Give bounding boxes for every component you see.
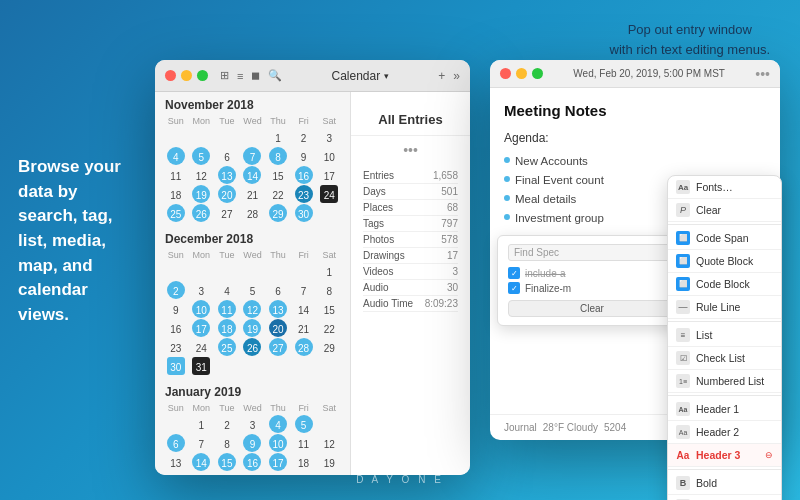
rm-rule-line[interactable]: — Rule Line <box>668 296 781 319</box>
fonts-icon: Aa <box>676 180 690 194</box>
stat-audio: Audio 30 <box>363 280 458 296</box>
notes-minimize-button[interactable] <box>516 68 527 79</box>
list-icon: ≡ <box>676 328 690 342</box>
journal-label: Journal <box>504 422 537 433</box>
code-block-icon: ⬜ <box>676 277 690 291</box>
add-entry-icon[interactable]: + <box>438 69 445 83</box>
january-grid: Sun Mon Tue Wed Thu Fri Sat 1 2 3 4 <box>163 403 342 471</box>
stat-entries: Entries 1,658 <box>363 168 458 184</box>
minimize-button[interactable] <box>181 70 192 81</box>
bullet-new-accounts: New Accounts <box>504 153 766 170</box>
month-december: December 2018 Sun Mon Tue Wed Thu Fri Sa… <box>163 232 342 375</box>
code-span-icon: ⬜ <box>676 231 690 245</box>
find-bar: Find Spec ✓ include-a ✓ Finalize-m Clear <box>497 235 687 326</box>
expand-icon[interactable]: » <box>453 69 460 83</box>
header2-icon: Aa <box>676 425 690 439</box>
search-icon[interactable]: 🔍 <box>268 69 282 82</box>
brand-label: D A Y O N E <box>356 474 444 485</box>
rm-quote-block[interactable]: ⬜ Quote Block <box>668 250 781 273</box>
find-clear-button[interactable]: Clear <box>508 300 676 317</box>
find-check1-label: include-a <box>525 268 566 279</box>
stat-photos: Photos 578 <box>363 232 458 248</box>
stat-audio-time: Audio Time 8:09:23 <box>363 296 458 312</box>
cal-right-icons: + » <box>438 69 460 83</box>
maximize-button[interactable] <box>197 70 208 81</box>
bold-icon: B <box>676 476 690 490</box>
header3-icon: Aa <box>676 448 690 462</box>
december-grid: Sun Mon Tue Wed Thu Fri Sat <box>163 250 342 375</box>
rm-clear[interactable]: P Clear <box>668 199 781 222</box>
rm-fonts[interactable]: Aa Fonts… <box>668 176 781 199</box>
all-entries-header: All Entries <box>351 92 470 136</box>
rm-italic[interactable]: I Italic <box>668 495 781 500</box>
traffic-lights <box>165 70 208 81</box>
rm-header-3[interactable]: Aa Header 3 ⊖ <box>668 444 781 467</box>
calendar-body: November 2018 Sun Mon Tue Wed Thu Fri Sa… <box>155 92 470 475</box>
find-checkbox-2[interactable]: ✓ <box>508 282 520 294</box>
chevron-down-icon[interactable]: ▾ <box>384 71 389 81</box>
header1-icon: Aa <box>676 402 690 416</box>
find-check-row-2: ✓ Finalize-m <box>508 282 676 294</box>
bullet-dot <box>504 195 510 201</box>
rm-numbered-list[interactable]: 1≡ Numbered List <box>668 370 781 393</box>
notes-maximize-button[interactable] <box>532 68 543 79</box>
bullet-dot <box>504 176 510 182</box>
all-entries-panel: All Entries ••• Entries 1,658 Days 501 P… <box>350 92 470 475</box>
notes-agenda-label: Agenda: <box>504 129 766 147</box>
calendar-titlebar: ⊞ ≡ ◼ 🔍 Calendar ▾ + » <box>155 60 470 92</box>
find-check2-label: Finalize-m <box>525 283 571 294</box>
stat-places: Places 68 <box>363 200 458 216</box>
notes-traffic-lights <box>500 68 543 79</box>
notes-titlebar: Wed, Feb 20, 2019, 5:00 PM MST ••• <box>490 60 780 88</box>
close-button[interactable] <box>165 70 176 81</box>
find-input[interactable]: Find Spec <box>508 244 676 261</box>
word-count: 5204 <box>604 422 626 433</box>
notes-menu-icon[interactable]: ••• <box>755 66 770 82</box>
filter-icon[interactable]: ≡ <box>237 70 243 82</box>
rm-code-span[interactable]: ⬜ Code Span <box>668 227 781 250</box>
left-description: Browse your data by search, tag, list, m… <box>18 155 148 327</box>
calendar-left-panel[interactable]: November 2018 Sun Mon Tue Wed Thu Fri Sa… <box>155 92 350 475</box>
entries-stats: Entries 1,658 Days 501 Places 68 Tags 79… <box>351 164 470 475</box>
clear-icon: P <box>676 203 690 217</box>
rm-check-list[interactable]: ☑ Check List <box>668 347 781 370</box>
stat-videos: Videos 3 <box>363 264 458 280</box>
find-check-row-1: ✓ include-a <box>508 267 676 279</box>
color-icon[interactable]: ◼ <box>251 69 260 82</box>
numbered-list-icon: 1≡ <box>676 374 690 388</box>
rm-header-2[interactable]: Aa Header 2 <box>668 421 781 444</box>
quote-block-icon: ⬜ <box>676 254 690 268</box>
rm-header-1[interactable]: Aa Header 1 <box>668 398 781 421</box>
stat-days: Days 501 <box>363 184 458 200</box>
november-grid: Sun Mon Tue Wed Thu Fri Sat 1 <box>163 116 342 222</box>
all-entries-dots: ••• <box>351 136 470 164</box>
cal-toolbar-icons: ⊞ ≡ ◼ 🔍 <box>220 69 282 82</box>
grid-icon[interactable]: ⊞ <box>220 69 229 82</box>
calendar-window: ⊞ ≡ ◼ 🔍 Calendar ▾ + » November 2018 Sun… <box>155 60 470 475</box>
notes-date: Wed, Feb 20, 2019, 5:00 PM MST <box>543 68 755 79</box>
notes-close-button[interactable] <box>500 68 511 79</box>
bullet-dot <box>504 214 510 220</box>
top-right-label: Pop out entry window with rich text edit… <box>610 20 770 59</box>
notes-title: Meeting Notes <box>504 100 766 123</box>
rm-bold[interactable]: B Bold <box>668 472 781 495</box>
bullet-dot <box>504 157 510 163</box>
calendar-title: Calendar ▾ <box>282 69 438 83</box>
check-list-icon: ☑ <box>676 351 690 365</box>
month-january: January 2019 Sun Mon Tue Wed Thu Fri Sat… <box>163 385 342 471</box>
rich-text-menu: Aa Fonts… P Clear ⬜ Code Span ⬜ Quote Bl… <box>667 175 782 500</box>
rule-line-icon: — <box>676 300 690 314</box>
rm-list[interactable]: ≡ List <box>668 324 781 347</box>
rm-code-block[interactable]: ⬜ Code Block <box>668 273 781 296</box>
weather-label: 28°F Cloudy <box>543 422 598 433</box>
month-november: November 2018 Sun Mon Tue Wed Thu Fri Sa… <box>163 98 342 222</box>
stat-drawings: Drawings 17 <box>363 248 458 264</box>
stat-tags: Tags 797 <box>363 216 458 232</box>
find-checkbox-1[interactable]: ✓ <box>508 267 520 279</box>
